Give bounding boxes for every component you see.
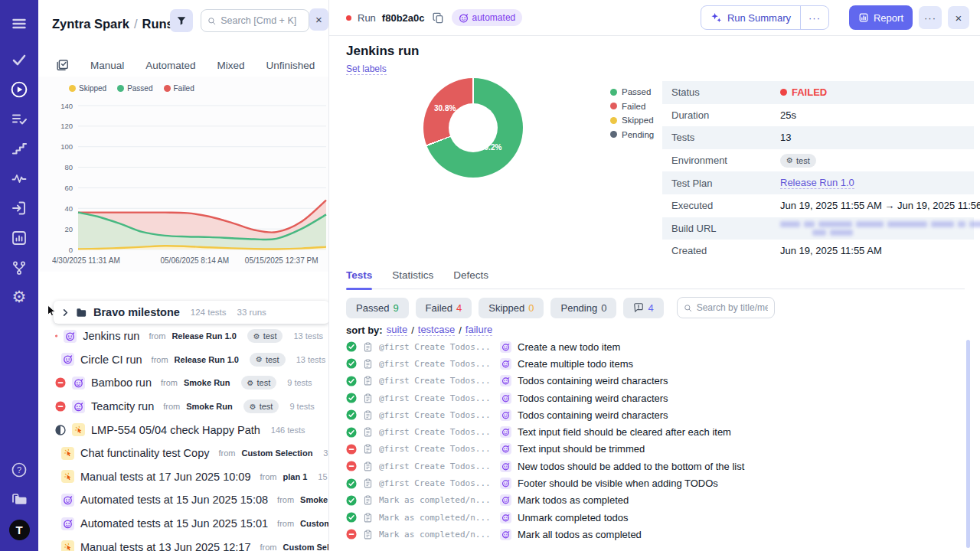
test-row[interactable]: @first Create Todos...Text input field s…: [346, 423, 965, 440]
robot-icon: [501, 462, 510, 471]
tests-search-input[interactable]: [697, 302, 768, 313]
automated-test-icon: [500, 494, 511, 506]
tab-defects[interactable]: Defects: [453, 269, 488, 289]
help-icon[interactable]: ?: [0, 461, 38, 478]
activity-pulse-icon[interactable]: [0, 170, 38, 187]
run-list-item[interactable]: Bamboo runfromSmoke Run⚙test9 tests: [38, 371, 329, 395]
tab-automated[interactable]: Automated: [145, 60, 195, 71]
projects-folders-icon[interactable]: [0, 491, 38, 509]
sort-by-failure[interactable]: failure: [466, 324, 492, 336]
set-labels-link[interactable]: Set labels: [346, 64, 387, 75]
test-row[interactable]: @first Create Todos...Todos containing w…: [346, 373, 965, 390]
failed-status-icon: [55, 331, 57, 341]
test-row[interactable]: @first Create Todos...Text input should …: [346, 441, 965, 458]
test-row[interactable]: @first Create Todos...Create a new todo …: [346, 338, 965, 355]
filter-skipped[interactable]: Skipped 0: [479, 298, 544, 318]
clipboard-icon: [363, 478, 373, 488]
header-actions: Run Summary ··· Report ··· ×: [701, 5, 969, 30]
env-badge: ⚙test: [241, 376, 277, 390]
tab-tests[interactable]: Tests: [346, 269, 372, 289]
run-list-item[interactable]: Automated tests at 15 Jun 2025 15:08from…: [38, 488, 329, 512]
run-name: Jenkins run: [83, 330, 139, 342]
run-name: Manual tests at 17 Jun 2025 10:09: [80, 471, 251, 483]
gear-icon: ⚙: [253, 332, 260, 341]
run-list-item[interactable]: Manual tests at 17 Jun 2025 10:09frompla…: [38, 465, 329, 489]
detail-row-executed: ExecutedJun 19, 2025 11:55 AM → Jun 19, …: [662, 194, 974, 217]
run-summary-more-button[interactable]: ···: [800, 6, 828, 29]
passed-status-icon: [346, 409, 357, 420]
failed-status-icon: [55, 377, 66, 388]
tab-mixed[interactable]: Mixed: [217, 60, 245, 71]
test-row[interactable]: Mark as completed/n...Unmark completed t…: [346, 509, 965, 526]
detail-value: Jun 19, 2025 11:55 AM: [780, 245, 882, 256]
automated-run-icon: [61, 517, 74, 530]
branch-icon[interactable]: [0, 259, 38, 276]
tests-check-icon[interactable]: [0, 51, 38, 68]
more-actions-button[interactable]: ···: [919, 6, 942, 29]
run-list-item[interactable]: Manual tests at 13 Jun 2025 12:17fromCus…: [38, 535, 329, 551]
detail-close-button[interactable]: ×: [948, 6, 969, 29]
runs-play-icon[interactable]: [0, 80, 38, 99]
test-row[interactable]: @first Create Todos...Todos containing w…: [346, 390, 965, 406]
menu-icon[interactable]: [0, 15, 38, 32]
multi-select-icon[interactable]: [55, 58, 69, 72]
run-list-item[interactable]: Teamcity runfromSmoke Run⚙test9 tests: [38, 395, 329, 419]
sort-by-suite[interactable]: suite: [387, 324, 407, 336]
passed-status-icon: [346, 512, 357, 523]
filter-passed[interactable]: Passed 9: [346, 298, 409, 318]
filter-button[interactable]: [170, 9, 193, 32]
sort-by-testcase[interactable]: testcase: [418, 324, 455, 336]
filter-failed[interactable]: Failed 4: [416, 298, 472, 318]
import-icon[interactable]: [0, 200, 38, 217]
test-title: Unmark completed todos: [518, 512, 629, 523]
run-list-item[interactable]: Chat functinality test CopyfromCustom Se…: [38, 442, 329, 465]
legend-dot: [610, 117, 617, 124]
robot-icon: [459, 13, 469, 23]
legend-item-failed: Failed: [164, 84, 194, 93]
legend-item-passed: Passed: [117, 84, 152, 93]
tab-statistics[interactable]: Statistics: [392, 269, 433, 289]
filter-pending[interactable]: Pending 0: [550, 298, 616, 318]
app-logo[interactable]: T: [0, 520, 38, 540]
automated-run-icon: [64, 330, 77, 343]
run-list-item[interactable]: Automated tests at 15 Jun 2025 15:01from…: [38, 512, 329, 536]
gear-icon: ⚙: [256, 355, 263, 364]
list-check-icon[interactable]: [0, 110, 38, 127]
steps-icon[interactable]: [0, 140, 38, 157]
copy-run-id-button[interactable]: [431, 11, 446, 25]
run-summary-button[interactable]: Run Summary: [701, 6, 800, 29]
sidebar: ⚙ ? T: [0, 0, 38, 551]
test-row[interactable]: Mark as completed/n...Mark all todos as …: [346, 526, 965, 543]
report-button[interactable]: Report: [849, 5, 913, 30]
analytics-icon[interactable]: [0, 230, 38, 246]
robot-icon: [63, 354, 73, 364]
runs-search-input[interactable]: [220, 15, 302, 26]
chevron-right-icon[interactable]: [61, 308, 70, 317]
test-suite: @first Create Todos...: [379, 427, 494, 437]
automated-badge[interactable]: automated: [452, 9, 523, 26]
run-tests-count: 39 tests: [323, 448, 329, 458]
svg-text:05/06/2025 8:14 AM: 05/06/2025 8:14 AM: [161, 256, 230, 265]
milestone-row[interactable]: Bravo milestone 124 tests 33 runs: [54, 301, 329, 324]
tab-unfinished[interactable]: Unfinished: [266, 60, 315, 71]
runs-list: Bravo milestone 124 tests 33 runs Jenkin…: [38, 301, 329, 551]
panel-close-button[interactable]: ×: [309, 8, 328, 31]
detail-label: Status: [671, 86, 780, 98]
robot-icon: [501, 343, 510, 351]
test-row[interactable]: Mark as completed/n...Mark todos as comp…: [346, 492, 965, 509]
test-row[interactable]: @first Create Todos...Todos containing w…: [346, 406, 965, 423]
breadcrumb-separator: /: [134, 17, 138, 31]
test-plan-link[interactable]: Release Run 1.0: [780, 177, 854, 189]
test-row[interactable]: @first Create Todos...Footer should be v…: [346, 474, 965, 491]
settings-gear-icon[interactable]: ⚙: [0, 289, 38, 305]
test-row[interactable]: @first Create Todos...Create multiple to…: [346, 355, 965, 372]
test-row[interactable]: @first Create Todos...New todos should b…: [346, 458, 965, 474]
project-name[interactable]: Zyntra Spark: [52, 17, 129, 31]
run-list-item[interactable]: Jenkins runfromRelease Run 1.0⚙test13 te…: [38, 324, 329, 348]
tab-manual[interactable]: Manual: [90, 60, 124, 71]
test-suite: @first Create Todos...: [379, 478, 494, 488]
run-list-item[interactable]: LMP-554 05/04 check Happy Path146 tests: [38, 418, 329, 442]
scrollbar-thumb[interactable]: [966, 340, 970, 548]
comments-filter[interactable]: 4: [623, 298, 663, 318]
run-list-item[interactable]: Circle CI runfromRelease Run 1.0⚙test13 …: [38, 348, 329, 372]
